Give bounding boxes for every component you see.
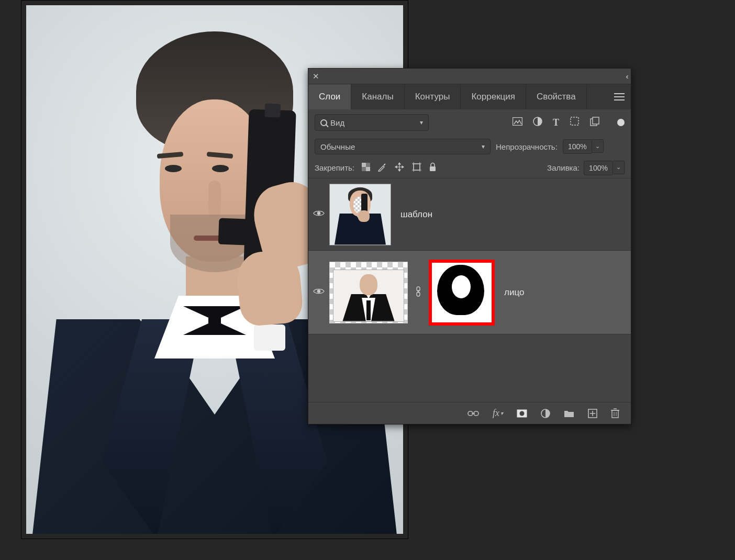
lock-pixels-icon[interactable] [377,162,387,174]
layer-filter-row: Вид ▾ T [308,109,631,136]
chevron-down-icon: ▾ [482,143,485,150]
layers-panel-footer: fx▾ [308,402,631,424]
tab-layers[interactable]: Слои [308,84,351,109]
layer-mask-thumbnail[interactable] [429,260,495,326]
tab-channels[interactable]: Каналы [351,84,404,109]
layer-row[interactable]: лицо [308,251,631,334]
tab-adjust[interactable]: Коррекция [461,84,526,109]
filter-smart-icon[interactable] [590,117,599,129]
svg-rect-6 [362,163,366,167]
opacity-label: Непрозрачность: [496,142,558,151]
lock-transparent-icon[interactable] [362,163,370,173]
blend-opacity-row: Обычные ▾ Непрозрачность: 100% ⌄ [308,136,631,158]
svg-point-15 [317,289,320,293]
link-layers-icon[interactable] [467,410,479,417]
add-mask-icon[interactable] [517,409,527,418]
new-layer-icon[interactable] [588,409,597,418]
svg-rect-13 [430,166,436,171]
filter-adjust-icon[interactable] [533,117,542,129]
visibility-toggle[interactable] [308,287,329,298]
lock-all-icon[interactable] [429,162,437,174]
filter-pixel-icon[interactable] [513,117,522,128]
close-icon[interactable]: ✕ [313,72,323,81]
panel-tabs: Слои Каналы Контуры Коррекция Свойства [308,84,631,109]
layer-thumbnail[interactable] [329,184,391,245]
blend-mode-select[interactable]: Обычные ▾ [315,139,491,154]
lock-artboard-icon[interactable] [412,162,421,174]
add-adjustment-icon[interactable] [541,409,550,418]
layer-row[interactable]: шаблон [308,178,631,251]
blend-mode-label: Обычные [320,142,355,151]
chevron-down-icon: ▾ [420,119,423,126]
filter-type-icon[interactable]: T [553,117,559,128]
svg-rect-28 [612,410,618,418]
tab-properties[interactable]: Свойства [526,84,587,109]
panel-menu-button[interactable] [608,84,631,109]
svg-point-14 [317,211,320,215]
panel-titlebar[interactable]: ✕ ‹‹ [308,69,631,84]
opacity-dropdown[interactable]: ⌄ [592,139,604,153]
search-icon [320,119,327,126]
layer-name[interactable]: лицо [504,287,524,298]
layers-panel: ✕ ‹‹ Слои Каналы Контуры Коррекция Свойс… [308,68,631,424]
filter-type-label: Вид [330,118,344,127]
delete-layer-icon[interactable] [611,408,619,418]
svg-point-23 [520,411,525,416]
layers-list: шаблон [308,178,631,402]
hamburger-icon [614,96,625,97]
filter-type-select[interactable]: Вид ▾ [315,114,429,131]
svg-rect-8 [414,164,420,170]
layer-fx-icon[interactable]: fx▾ [493,408,503,419]
svg-rect-0 [513,117,522,125]
new-group-icon[interactable] [564,409,574,418]
opacity-value[interactable]: 100% [563,139,592,154]
collapse-icon[interactable]: ‹‹ [626,72,627,81]
visibility-toggle[interactable] [308,209,329,220]
fill-value[interactable]: 100% [584,161,613,175]
lock-label: Закрепить: [315,163,354,172]
lock-position-icon[interactable] [394,162,405,174]
filter-shape-icon[interactable] [570,116,580,129]
svg-rect-4 [593,117,599,124]
svg-rect-2 [571,117,578,125]
filter-toggle[interactable] [617,119,625,126]
tab-paths[interactable]: Контуры [405,84,461,109]
fill-label: Заливка: [547,163,580,172]
fill-dropdown[interactable]: ⌄ [613,161,625,174]
mask-link-icon[interactable] [413,286,424,299]
layer-name[interactable]: шаблон [400,209,432,220]
layer-thumbnail[interactable] [329,262,408,323]
svg-rect-7 [366,167,370,171]
lock-fill-row: Закрепить: Заливка: 100% ⌄ [308,158,631,178]
